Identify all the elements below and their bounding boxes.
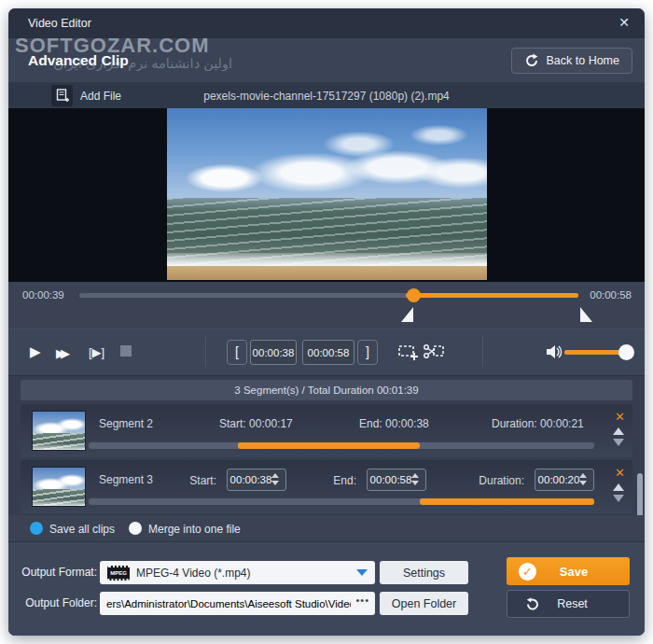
thumb-sky bbox=[33, 468, 85, 489]
spin-down-icon[interactable] bbox=[411, 481, 419, 485]
move-down-icon[interactable] bbox=[613, 495, 624, 502]
segment-row-3[interactable]: Segment 3 Start: End: Duration: ✕ bbox=[21, 460, 632, 513]
back-to-home-label: Back to Home bbox=[546, 54, 619, 67]
playback-controls: ▶ ▶▶ [▶] [ ] bbox=[8, 329, 645, 375]
save-button[interactable]: ✓ Save bbox=[507, 557, 630, 585]
video-editor-window: Video Editor ✕ SOFTGOZAR.COM اولین دانشن… bbox=[8, 8, 645, 636]
divider bbox=[482, 337, 483, 367]
current-time-label: 00:00:39 bbox=[22, 289, 64, 301]
file-bar: pexels-movie-channel-17517297 (1080p) (2… bbox=[8, 83, 645, 108]
video-stage bbox=[8, 108, 645, 282]
close-icon[interactable]: ✕ bbox=[618, 15, 630, 30]
trim-start-handle[interactable] bbox=[401, 307, 413, 322]
thumb-sea bbox=[33, 489, 85, 506]
output-format-dropdown[interactable]: MPEG MPEG-4 Video (*.mp4) bbox=[100, 561, 375, 584]
thumb-sky bbox=[33, 412, 85, 433]
segment-row-2[interactable]: Segment 2 Start: 00:00:17 End: 00:00:38 … bbox=[21, 404, 632, 457]
new-segment-icon[interactable] bbox=[397, 342, 418, 362]
delete-segment-icon[interactable]: ✕ bbox=[615, 410, 625, 424]
output-format-label: Output Format: bbox=[17, 566, 97, 579]
chevron-down-icon bbox=[356, 569, 368, 576]
start-label: Start: bbox=[160, 474, 216, 487]
add-file-button[interactable] bbox=[51, 85, 73, 106]
total-time-label: 00:00:58 bbox=[590, 289, 632, 301]
segment-range-fill bbox=[420, 498, 594, 505]
output-folder-input[interactable] bbox=[100, 592, 375, 615]
reset-button[interactable]: Reset bbox=[507, 590, 630, 618]
thumb-sea bbox=[33, 433, 85, 450]
duration-label: Duration: bbox=[450, 474, 524, 487]
output-panel: Output Format: MPEG MPEG-4 Video (*.mp4)… bbox=[8, 541, 645, 636]
play-clip-button[interactable]: [▶] bbox=[89, 343, 104, 362]
move-up-icon[interactable] bbox=[613, 483, 624, 491]
selected-range-fill bbox=[406, 293, 578, 298]
add-file-label[interactable]: Add File bbox=[80, 90, 121, 103]
move-up-icon[interactable] bbox=[613, 427, 624, 435]
segment-thumbnail bbox=[32, 411, 86, 451]
volume-fill bbox=[564, 350, 627, 355]
spin-up-icon[interactable] bbox=[271, 473, 279, 478]
back-arrow-icon bbox=[524, 53, 539, 68]
browse-folder-button[interactable]: ••• bbox=[355, 595, 369, 606]
segment-range-fill bbox=[238, 442, 420, 449]
clip-start-input[interactable] bbox=[250, 340, 297, 365]
spin-down-icon[interactable] bbox=[271, 481, 279, 485]
output-folder-field: ••• bbox=[100, 592, 375, 615]
set-end-button[interactable]: ] bbox=[357, 340, 378, 365]
trim-end-handle[interactable] bbox=[580, 307, 592, 322]
preview-beach bbox=[167, 266, 487, 280]
segment-duration-text: Duration: 00:00:21 bbox=[492, 417, 584, 430]
save-all-clips-radio[interactable] bbox=[30, 522, 43, 535]
fast-forward-button[interactable]: ▶▶ bbox=[56, 344, 65, 363]
split-segment-icon[interactable] bbox=[423, 342, 445, 362]
timeline: 00:00:39 00:00:58 bbox=[8, 282, 645, 329]
segment-end-text: End: 00:00:38 bbox=[359, 417, 429, 430]
video-preview bbox=[167, 108, 487, 280]
preview-sky bbox=[167, 108, 487, 198]
merge-into-one-radio[interactable] bbox=[129, 522, 142, 535]
delete-segment-icon[interactable]: ✕ bbox=[615, 466, 625, 480]
clip-end-input[interactable] bbox=[302, 340, 354, 365]
spin-up-icon[interactable] bbox=[579, 473, 587, 478]
segment-range-bar bbox=[89, 442, 594, 449]
segment-thumbnail bbox=[32, 467, 86, 507]
output-format-value: MPEG-4 Video (*.mp4) bbox=[136, 567, 251, 580]
set-start-button[interactable]: [ bbox=[227, 340, 247, 365]
play-button[interactable]: ▶ bbox=[30, 343, 41, 361]
clip-options: Save all clips Merge into one file bbox=[8, 515, 645, 541]
window-title: Video Editor bbox=[28, 17, 91, 30]
reset-label: Reset bbox=[540, 597, 604, 610]
segment-name: Segment 2 bbox=[99, 417, 153, 430]
spinner-arrows[interactable] bbox=[579, 473, 587, 486]
seek-track[interactable] bbox=[79, 293, 578, 298]
save-all-clips-label[interactable]: Save all clips bbox=[49, 523, 115, 536]
check-icon: ✓ bbox=[519, 563, 536, 581]
segment-name: Segment 3 bbox=[99, 473, 153, 486]
mpeg-format-icon: MPEG bbox=[107, 566, 130, 581]
spinner-arrows[interactable] bbox=[271, 473, 279, 486]
save-label: Save bbox=[536, 565, 611, 579]
segment-range-bar bbox=[89, 498, 594, 505]
settings-button[interactable]: Settings bbox=[380, 561, 468, 584]
open-folder-button[interactable]: Open Folder bbox=[380, 592, 468, 615]
stop-button[interactable] bbox=[120, 345, 132, 357]
playhead-knob[interactable] bbox=[407, 288, 421, 302]
output-folder-label: Output Folder: bbox=[17, 596, 97, 609]
segments-panel: 3 Segment(s) / Total Duration 00:01:39 S… bbox=[8, 375, 645, 515]
volume-knob[interactable] bbox=[618, 344, 634, 360]
page-title: Advanced Clip bbox=[28, 52, 129, 69]
back-to-home-button[interactable]: Back to Home bbox=[511, 48, 632, 74]
divider bbox=[205, 337, 206, 367]
merge-into-one-label[interactable]: Merge into one file bbox=[148, 523, 241, 536]
end-label: End: bbox=[310, 474, 356, 487]
spinner-arrows[interactable] bbox=[411, 473, 419, 486]
add-file-icon bbox=[56, 89, 69, 103]
move-down-icon[interactable] bbox=[613, 439, 624, 446]
segment-start-text: Start: 00:00:17 bbox=[219, 417, 293, 430]
spin-down-icon[interactable] bbox=[579, 481, 587, 485]
volume-icon[interactable] bbox=[544, 343, 563, 361]
spin-up-icon[interactable] bbox=[411, 473, 419, 478]
segments-summary: 3 Segment(s) / Total Duration 00:01:39 bbox=[21, 380, 632, 400]
reset-icon bbox=[524, 596, 540, 612]
volume-slider[interactable] bbox=[564, 350, 627, 355]
